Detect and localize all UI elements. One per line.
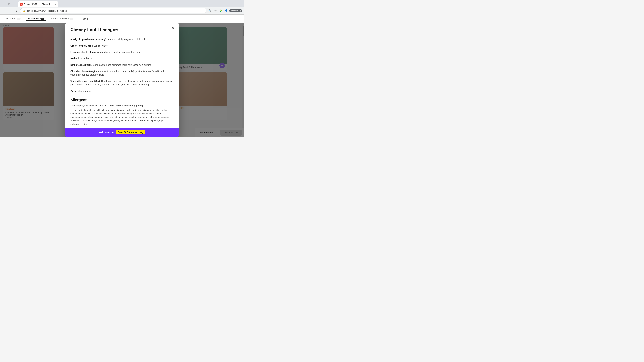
new-tab-button[interactable]: + (58, 2, 63, 6)
ingredient-row-lentils: Green lentils (185g): Lentils, water (70, 43, 174, 49)
nav-calorie-controlled-badge: 6 (70, 17, 73, 20)
nav-calorie-controlled[interactable]: Calorie Controlled 6 (50, 17, 74, 21)
nav-for-lauren-label: For Lauren (5, 17, 16, 20)
ingredient-row-cheddar: Cheddar cheese (40g): mature white chedd… (70, 68, 174, 78)
nav-all-recipes-badge: 86 (40, 17, 44, 20)
nav-for-lauren[interactable]: For Lauren 14 (3, 17, 22, 21)
ingredient-detail-soft-cheese-pre: cream, pasteurised skimmed (91, 63, 122, 66)
forward-button[interactable]: → (8, 8, 13, 13)
ingredient-egg-bold: egg (136, 51, 140, 53)
ingredient-name-stock: Vegetable stock mix (5.5g): (70, 80, 100, 82)
incognito-badge[interactable]: Incognito (2) (229, 9, 242, 12)
ingredient-milk-bold-3: milk (155, 70, 159, 72)
modal-title: Cheesy Lentil Lasagne (70, 27, 174, 32)
search-button[interactable]: 🔍 (208, 8, 212, 13)
ingredient-milk-bold-2: milk (128, 70, 133, 72)
allergens-title: Allergens (70, 98, 174, 102)
modal-body: Finely chopped tomatoes (200g): Tomato, … (65, 35, 179, 137)
allergens-detail-text: In addition to the recipe specific aller… (70, 109, 174, 126)
browser-actions: 🔍 ☆ 🧩 👤 Incognito (2) (208, 8, 242, 13)
ingredient-name-lentils: Green lentils (185g): (70, 44, 93, 47)
tab-favicon: g (20, 3, 23, 5)
ingredient-row-soft-cheese: Soft cheese (50g): cream, pasteurised sk… (70, 62, 174, 68)
ingredient-name-red-onion: Red onion: (70, 57, 83, 60)
ingredient-milk-bold-1: milk (122, 63, 126, 66)
add-recipe-footer[interactable]: Add recipe Save £0.50 per serving (65, 128, 179, 137)
url-text: gousto.co.uk/menu?collection=all-recipes (27, 9, 67, 12)
ingredient-row-garlic: Garlic clove: garlic (70, 88, 174, 94)
nav-all-recipes[interactable]: All Recipes 86 (26, 17, 46, 21)
ingredient-detail-cheddar-pre: mature white cheddar cheese ( (96, 70, 128, 72)
extensions-button[interactable]: 🧩 (218, 8, 223, 13)
ingredient-detail-red-onion: red onion (83, 57, 93, 60)
ingredient-row-red-onion: Red onion: red onion (70, 55, 174, 62)
reload-button[interactable]: ↻ (14, 8, 19, 13)
security-lock-icon: 🔒 (23, 9, 26, 12)
ingredient-name-garlic: Garlic clove: (70, 90, 84, 92)
modal-close-button[interactable]: × (170, 26, 176, 31)
address-bar[interactable]: 🔒 gousto.co.uk/menu?collection=all-recip… (20, 8, 206, 13)
modal-overlay: Cheesy Lentil Lasagne × Finely chopped t… (0, 23, 244, 137)
nav-calorie-controlled-label: Calorie Controlled (51, 17, 68, 20)
ingredients-section: Finely chopped tomatoes (200g): Tomato, … (70, 36, 174, 94)
ingredient-name-tomatoes: Finely chopped tomatoes (200g): (70, 38, 107, 41)
ingredient-detail-tomatoes: Tomato, Acidity Regulator: Citric Acid (108, 38, 146, 41)
ingredient-name-soft-cheese: Soft cheese (50g): (70, 63, 91, 66)
ingredient-detail-garlic: garlic (85, 90, 91, 92)
ingredient-detail-lasagne-mid: durum semolina, may contain (104, 51, 136, 53)
modal-header: Cheesy Lentil Lasagne × (65, 23, 179, 35)
nav-for-lauren-badge: 14 (16, 17, 21, 20)
nav-health-label: Health (80, 17, 86, 20)
bookmark-button[interactable]: ☆ (213, 8, 218, 13)
ingredient-row-stock: Vegetable stock mix (5.5g): Dried glucos… (70, 78, 174, 88)
browser-chrome: ─ ◻ ✕ g This Week's Menu | Choose Fro...… (0, 0, 244, 14)
tab-close-button[interactable]: ✕ (54, 3, 56, 5)
ingredient-wheat-bold: wheat (97, 51, 104, 53)
window-minimize[interactable]: ─ (1, 2, 6, 6)
nav-all-recipes-label: All Recipes (27, 17, 39, 20)
ingredient-row-tomatoes: Finely chopped tomatoes (200g): Tomato, … (70, 36, 174, 43)
ingredient-row-lasagne-sheets: Lasagne sheets (6pcs): wheat durum semol… (70, 49, 174, 55)
save-badge: Save £0.50 per serving (116, 130, 145, 134)
allergens-intro-text: For allergens, see ingredients in BOLD. … (70, 104, 174, 126)
recipe-modal: Cheesy Lentil Lasagne × Finely chopped t… (65, 23, 179, 137)
ingredient-detail-soft-cheese-post: , salt, lactic acid culture (126, 63, 151, 66)
add-recipe-label: Add recipe (99, 131, 114, 134)
allergens-bold-intro: BOLD. (milk, cereals containing gluten) (102, 104, 143, 107)
window-controls: ─ ◻ ✕ (1, 2, 17, 6)
ingredient-detail-cheddar-mid: ) (pasteurised cow's (133, 70, 155, 72)
address-bar-row: ← → ↻ 🔒 gousto.co.uk/menu?collection=all… (0, 7, 244, 14)
allergens-section: Allergens For allergens, see ingredients… (70, 98, 174, 126)
window-maximize[interactable]: ◻ (7, 2, 12, 6)
site-header: For Lauren 14 All Recipes 86 Calorie Con… (0, 14, 244, 23)
profile-button[interactable]: 👤 (224, 8, 228, 13)
site-content: 40 mins Hearty Beef & Mushroom + (0, 23, 244, 137)
back-button[interactable]: ← (2, 8, 7, 13)
tab-title: This Week's Menu | Choose Fro... (24, 3, 53, 5)
ingredient-name-lasagne-sheets: Lasagne sheets (6pcs): (70, 51, 96, 53)
browser-tab-active[interactable]: g This Week's Menu | Choose Fro... ✕ (18, 1, 58, 7)
tab-bar: ─ ◻ ✕ g This Week's Menu | Choose Fro...… (0, 0, 244, 7)
ingredient-detail-lentils: Lentils, water (94, 44, 107, 47)
ingredient-name-cheddar: Cheddar cheese (40g): (70, 70, 96, 72)
nav-health[interactable]: Health ❯ (78, 17, 90, 21)
window-close[interactable]: ✕ (12, 2, 17, 6)
